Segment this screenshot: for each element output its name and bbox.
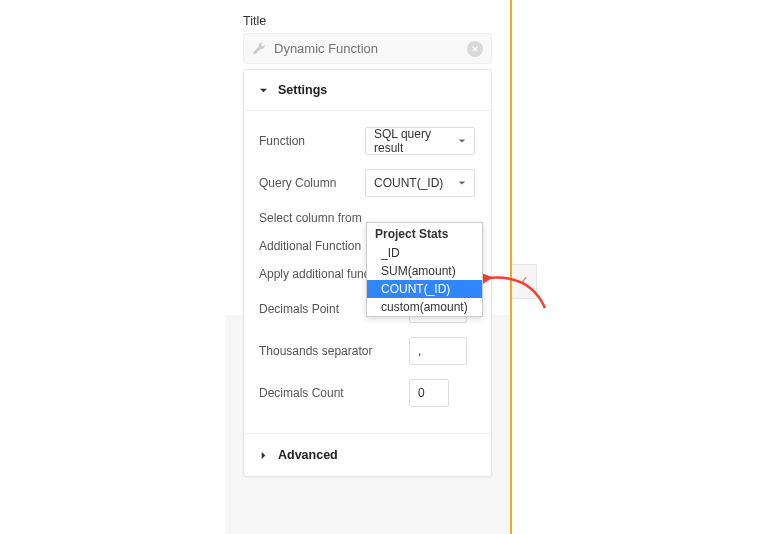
dropdown-group-label: Project Stats [367, 223, 482, 244]
dropdown-option[interactable]: custom(amount) [367, 298, 482, 316]
dropdown-option[interactable]: _ID [367, 244, 482, 262]
query-column-label: Query Column [259, 176, 365, 190]
side-collapse-tab[interactable] [512, 264, 537, 299]
decimals-count-input[interactable] [409, 379, 449, 407]
decimals-count-row: Decimals Count [259, 379, 476, 407]
caret-down-icon [458, 137, 466, 145]
decimals-count-label: Decimals Count [259, 386, 409, 400]
function-select-value: SQL query result [374, 127, 458, 155]
caret-down-icon [458, 179, 466, 187]
settings-accordion-header[interactable]: Settings [244, 70, 491, 111]
thousands-separator-label: Thousands separator [259, 344, 409, 358]
wrench-icon [252, 42, 266, 56]
title-label: Title [243, 14, 266, 28]
chevron-left-icon [521, 276, 528, 287]
dropdown-option[interactable]: SUM(amount) [367, 262, 482, 280]
query-column-select-value: COUNT(_ID) [374, 176, 443, 190]
thousands-separator-input[interactable] [409, 337, 467, 365]
title-text-field[interactable] [274, 41, 467, 56]
query-column-dropdown: Project Stats _IDSUM(amount)COUNT(_ID)cu… [366, 222, 483, 317]
function-select[interactable]: SQL query result [365, 127, 475, 155]
settings-header-label: Settings [278, 83, 327, 97]
title-input[interactable] [243, 33, 492, 64]
advanced-header-label: Advanced [278, 448, 338, 462]
function-label: Function [259, 134, 365, 148]
caret-down-icon [259, 86, 268, 95]
clear-title-button[interactable] [467, 41, 483, 57]
caret-right-icon [259, 451, 268, 460]
close-icon [471, 45, 479, 53]
query-column-row: Query Column COUNT(_ID) [259, 169, 476, 197]
dropdown-option[interactable]: COUNT(_ID) [367, 280, 482, 298]
thousands-separator-row: Thousands separator [259, 337, 476, 365]
function-row: Function SQL query result [259, 127, 476, 155]
additional-function-label: Additional Function [259, 239, 365, 253]
advanced-accordion-header[interactable]: Advanced [244, 433, 491, 476]
query-column-select[interactable]: COUNT(_ID) [365, 169, 475, 197]
